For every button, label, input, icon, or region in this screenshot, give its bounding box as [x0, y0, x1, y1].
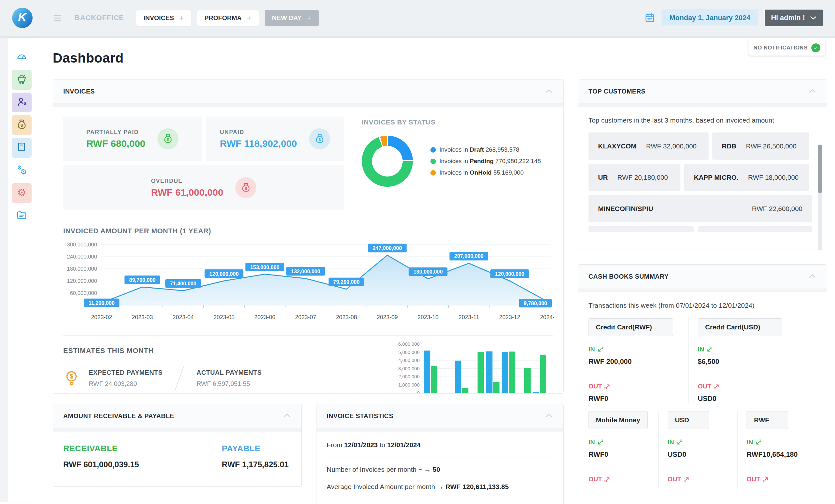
divider: [589, 468, 650, 468]
svg-text:2023-05: 2023-05: [213, 314, 235, 320]
tab-invoices[interactable]: INVOICES+: [136, 10, 191, 26]
receivable-payable-header: AMOUNT RECEIVABLE & PAYABLE: [53, 404, 301, 428]
svg-text:2023-04: 2023-04: [173, 314, 194, 320]
svg-text:207,000,000: 207,000,000: [454, 253, 484, 259]
cash-in-amount: RWF0: [589, 450, 658, 459]
topbar: K BACKOFFICE INVOICES+PROFORMA+NEW DAY+ …: [0, 0, 835, 38]
out-arrow-icon: [763, 477, 769, 482]
svg-text:$: $: [20, 123, 23, 128]
collapse-icon[interactable]: [545, 89, 553, 94]
cash-out-block: OUTRWF10,349,580: [747, 476, 816, 489]
shopping-cart-icon: [16, 74, 27, 86]
collapse-icon[interactable]: [808, 89, 816, 94]
cash-book-name: RWF: [747, 411, 788, 429]
sidebar-item-gear[interactable]: ⚙: [12, 183, 32, 203]
invoice-status-cards: PARTIALLY PAIDRWF 680,000$UNPAIDRWF 118,…: [63, 117, 344, 210]
svg-text:2023-11: 2023-11: [459, 314, 479, 320]
sidebar-item-gears[interactable]: ⚙⚙: [12, 161, 32, 180]
bulb-dollar-icon: $: [63, 370, 80, 386]
customer-chip-kapp-micro-[interactable]: KAPP MICRO.RWF 18,000,000: [684, 164, 809, 191]
card-label: OVERDUE: [151, 178, 223, 185]
cash-out-amount: USD0: [668, 487, 738, 489]
expected-payments: EXPECTED PAYMENTS RWF 24,003,280: [89, 369, 163, 387]
tab-label: PROFORMA: [204, 14, 242, 22]
notifications-badge[interactable]: NO NOTIFICATIONS ✓: [749, 40, 826, 56]
cash-books-header: CASH BOOKS SUMMARY: [578, 265, 827, 289]
collapse-icon[interactable]: [283, 414, 291, 419]
svg-text:$: $: [167, 138, 169, 142]
svg-text:9,780,000: 9,780,000: [524, 300, 547, 306]
app-logo[interactable]: K: [12, 8, 33, 28]
tab-new-day[interactable]: NEW DAY+: [265, 10, 319, 26]
svg-text:79,200,000: 79,200,000: [333, 279, 360, 285]
cash-book-name: Credit Card(RWF): [589, 318, 673, 336]
by-status-title: INVOICES BY STATUS: [362, 119, 553, 126]
brand-label: BACKOFFICE: [75, 14, 124, 22]
svg-text:2023-06: 2023-06: [254, 314, 275, 320]
legend-dot: [430, 147, 436, 152]
topbar-right: Monday 1, January 2024 Hi admin !: [644, 9, 823, 26]
svg-text:153,000,000: 153,000,000: [250, 264, 279, 270]
cash-book-credit-card-usd-: Credit Card(USD)IN$6,500OUTUSD0: [689, 318, 789, 403]
folder-documents-icon: [16, 209, 27, 222]
sidebar-item-ledger-book[interactable]: [12, 138, 32, 158]
svg-text:89,700,000: 89,700,000: [129, 277, 156, 283]
cash-books-panel: CASH BOOKS SUMMARY Transactions this wee…: [578, 264, 827, 489]
out-arrow-icon: [605, 477, 610, 482]
page-title: Dashboard: [53, 38, 827, 66]
cash-out-block: OUTUSD0: [668, 476, 738, 489]
cash-in-block: INUSD0: [668, 439, 738, 459]
customer-name: KAPP MICRO.: [694, 174, 738, 181]
sidebar-item-dashboard-gauge[interactable]: [12, 47, 32, 67]
customer-row: URRWF 20,180,000KAPP MICRO.RWF 18,000,00…: [589, 164, 812, 191]
cash-out-block: OUTUSD0: [698, 383, 789, 403]
money-bag-icon: $: [163, 133, 174, 144]
cash-out-label: OUT: [589, 383, 689, 390]
plus-icon: +: [179, 15, 184, 21]
top-customers-subtitle: Top customers in the last 3 months, base…: [589, 117, 812, 124]
legend-text: Invoices in Pending 770,980,222.148: [440, 158, 541, 165]
sidebar-item-shopping-cart[interactable]: [12, 70, 32, 90]
cash-book-usd: USDINUSD0OUTUSD0: [659, 411, 738, 489]
cash-in-label: IN: [747, 439, 816, 446]
card-text: UNPAIDRWF 118,902,000: [220, 129, 297, 149]
cash-in-block: INRWF 200,000: [589, 346, 689, 366]
content-area: NO NOTIFICATIONS ✓ Dashboard INVOICES: [35, 38, 835, 502]
svg-text:130,000,000: 130,000,000: [413, 269, 443, 274]
cash-book-mobile-money: Mobile MoneyINRWF0OUTRWF0: [589, 411, 659, 489]
money-bag-icon: $: [235, 177, 257, 198]
sidebar-item-customer-dollar[interactable]: $: [12, 92, 32, 112]
calendar-icon[interactable]: [644, 13, 655, 23]
scrollbar-track[interactable]: [818, 145, 822, 250]
menu-icon[interactable]: [54, 15, 61, 21]
dashboard-gauge-icon: [16, 51, 27, 64]
stats-invoices-per-month: Number of Invoices per month ~ → 50: [327, 466, 553, 474]
app-root: K BACKOFFICE INVOICES+PROFORMA+NEW DAY+ …: [0, 0, 835, 502]
cash-in-block: INRWF10,654,180: [747, 439, 816, 459]
customer-chip-klaxycom[interactable]: KLAXYCOMRWF 32,000,000: [589, 132, 709, 160]
svg-text:240,000,000: 240,000,000: [67, 254, 97, 260]
customer-chip-minecofin-spiu[interactable]: MINECOFIN/SPIURWF 22,600,000: [589, 195, 812, 222]
svg-text:120,000,000: 120,000,000: [209, 271, 239, 277]
scrollbar-thumb[interactable]: [818, 145, 822, 193]
svg-text:247,000,000: 247,000,000: [373, 245, 402, 251]
customer-name: RDB: [722, 142, 737, 150]
cash-out-label: OUT: [698, 383, 789, 390]
collapse-icon[interactable]: [808, 274, 816, 279]
svg-text:1,000,000: 1,000,000: [398, 382, 420, 387]
card-text: OVERDUERWF 61,000,000: [151, 178, 223, 198]
svg-text:2023-10: 2023-10: [418, 314, 439, 320]
customer-chip-ur[interactable]: URRWF 20,180,000: [589, 164, 680, 191]
sidebar-item-folder-documents[interactable]: [12, 206, 32, 226]
user-menu-button[interactable]: Hi admin !: [765, 9, 823, 26]
tab-proforma[interactable]: PROFORMA+: [197, 10, 259, 26]
sidebar-item-money-bag[interactable]: $: [12, 115, 32, 135]
card-amount: RWF 61,000,000: [151, 187, 223, 198]
customer-chip-rdb[interactable]: RDBRWF 26,500,000: [712, 132, 809, 160]
customer-row-partial: [589, 226, 812, 232]
top-customers-panel: TOP CUSTOMERS Top customers in the last …: [578, 79, 827, 250]
invoice-statistics-header: INVOICE STATISTICS: [317, 404, 563, 428]
cash-out-block: OUTRWF0: [589, 383, 689, 403]
collapse-icon[interactable]: [545, 414, 553, 419]
date-display[interactable]: Monday 1, January 2024: [661, 9, 758, 26]
